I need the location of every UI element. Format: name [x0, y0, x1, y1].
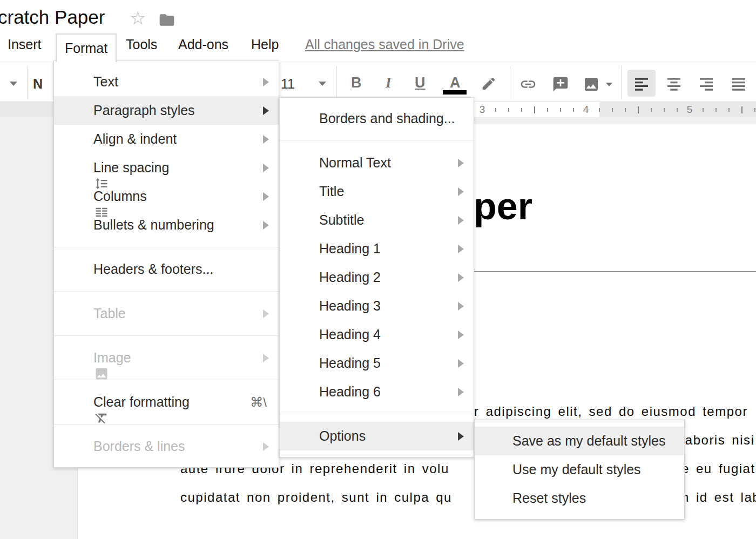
bold-button[interactable]: B	[351, 75, 362, 91]
submenu-arrow-icon	[263, 164, 269, 172]
submenu-arrow-icon	[458, 245, 464, 253]
align-right-icon[interactable]	[698, 75, 715, 95]
submenu-arrow-icon	[458, 302, 464, 311]
menu-item-reset-styles[interactable]: Reset styles	[475, 484, 684, 513]
submenu-arrow-icon	[458, 432, 464, 441]
submenu-arrow-icon	[458, 359, 464, 368]
menu-item-save-default-styles[interactable]: Save as my default styles	[475, 427, 684, 455]
insert-link-icon[interactable]	[519, 76, 537, 95]
menu-item-bullets-numbering[interactable]: Bullets & numbering	[54, 211, 279, 239]
underline-button[interactable]: U	[415, 75, 426, 91]
ruler-number: 3	[480, 104, 485, 116]
star-icon[interactable]: ☆	[130, 9, 146, 27]
menu-separator	[54, 335, 279, 336]
menu-item-heading-1[interactable]: Heading 1	[280, 234, 474, 263]
menu-item-align-indent[interactable]: Align & indent	[54, 125, 279, 153]
submenu-arrow-icon	[458, 216, 464, 225]
menu-item-image: Image	[54, 343, 279, 372]
toolbar-separator	[510, 66, 510, 99]
submenu-arrow-icon	[263, 192, 269, 201]
text-color-swatch	[443, 90, 467, 95]
image-icon	[64, 351, 79, 366]
menu-insert[interactable]: Insert	[8, 37, 42, 52]
toolbar-separator	[27, 66, 28, 99]
keyboard-shortcut: ⌘\	[250, 395, 267, 410]
submenu-arrow-icon	[458, 159, 464, 167]
menu-item-line-spacing[interactable]: Line spacing	[54, 153, 279, 182]
menu-item-borders-shading[interactable]: Borders and shading...	[280, 104, 474, 133]
ruler-number: 4	[583, 104, 589, 116]
submenu-arrow-icon	[458, 331, 464, 339]
ruler-number: 5	[687, 104, 693, 116]
save-status-link[interactable]: All changes saved in Drive	[305, 37, 464, 52]
submenu-arrow-icon	[263, 442, 269, 451]
submenu-arrow-icon	[263, 78, 269, 86]
menu-item-use-default-styles[interactable]: Use my default styles	[475, 455, 684, 484]
menu-separator	[54, 291, 279, 292]
menu-tools[interactable]: Tools	[126, 37, 157, 52]
body-text-line[interactable]: n id est laborum.	[681, 489, 756, 506]
google-docs-window: per r adipiscing elit, sed do eiusmod te…	[0, 0, 756, 539]
submenu-arrow-icon	[263, 106, 269, 115]
submenu-arrow-icon	[458, 388, 464, 396]
menu-item-subtitle[interactable]: Subtitle	[280, 206, 474, 234]
menu-separator	[54, 247, 279, 247]
menu-format[interactable]: Format	[56, 33, 117, 62]
menu-item-headers-footers[interactable]: Headers & footers...	[54, 255, 279, 284]
highlighter-pen-icon[interactable]	[481, 76, 497, 94]
font-size-dropdown-icon[interactable]	[319, 82, 326, 86]
menu-separator	[280, 140, 474, 141]
options-submenu: Save as my default styles Use my default…	[474, 420, 685, 520]
menu-item-clear-formatting[interactable]: Clear formatting ⌘\	[54, 388, 279, 416]
menu-item-columns[interactable]: Columns	[54, 182, 279, 211]
submenu-arrow-icon	[458, 273, 464, 282]
align-center-icon[interactable]	[665, 75, 683, 95]
justify-icon[interactable]	[730, 75, 747, 95]
body-text-line[interactable]: e eu fugiat nulla	[681, 461, 756, 477]
text-color-button[interactable]: A	[450, 75, 461, 91]
italic-button[interactable]: I	[386, 75, 392, 91]
menu-item-borders-lines: Borders & lines	[54, 432, 279, 461]
menu-item-heading-3[interactable]: Heading 3	[280, 292, 474, 320]
document-title-text[interactable]: per	[474, 187, 532, 226]
menu-item-normal-text[interactable]: Normal Text	[280, 149, 474, 177]
clear-formatting-icon	[64, 395, 79, 410]
document-name[interactable]: cratch Paper	[0, 6, 105, 28]
submenu-arrow-icon	[458, 187, 464, 196]
menu-addons[interactable]: Add-ons	[178, 37, 228, 52]
toolbar-separator	[336, 66, 337, 99]
menu-item-options[interactable]: Options	[280, 422, 474, 450]
insert-image-dropdown-icon[interactable]	[606, 83, 612, 86]
body-text-line[interactable]: laboris nisi ut aliquip	[681, 432, 756, 448]
line-spacing-icon	[64, 160, 79, 176]
toolbar-separator	[621, 66, 622, 99]
submenu-arrow-icon	[263, 221, 269, 230]
menu-item-table: Table	[54, 299, 279, 328]
menu-item-heading-6[interactable]: Heading 6	[280, 378, 474, 406]
submenu-arrow-icon	[263, 354, 269, 362]
format-menu: Text Paragraph styles Align & indent Lin…	[53, 60, 279, 468]
menu-item-paragraph-styles[interactable]: Paragraph styles	[54, 96, 279, 125]
body-text-line[interactable]: cupidatat non proident, sunt in culpa qu	[180, 489, 452, 506]
paragraph-styles-submenu: Borders and shading... Normal Text Title…	[279, 97, 474, 457]
menu-item-heading-2[interactable]: Heading 2	[280, 263, 474, 292]
menu-item-title[interactable]: Title	[280, 177, 474, 206]
more-options-arrow-icon[interactable]	[10, 82, 17, 86]
columns-icon	[64, 189, 79, 204]
menu-item-heading-5[interactable]: Heading 5	[280, 349, 474, 378]
submenu-arrow-icon	[263, 135, 269, 144]
folder-icon[interactable]	[158, 11, 176, 31]
submenu-arrow-icon	[263, 309, 269, 318]
menu-item-text[interactable]: Text	[54, 68, 279, 96]
font-size-value[interactable]: 11	[281, 76, 295, 92]
menu-help[interactable]: Help	[251, 37, 279, 52]
paragraph-style-selector[interactable]: N	[33, 76, 43, 92]
body-text-line[interactable]: r adipiscing elit, sed do eiusmod tempor	[474, 403, 748, 420]
insert-image-icon[interactable]	[583, 76, 600, 95]
align-left-icon[interactable]	[633, 75, 650, 95]
menu-separator	[280, 414, 474, 414]
menu-item-heading-4[interactable]: Heading 4	[280, 320, 474, 349]
insert-comment-icon[interactable]	[552, 76, 569, 95]
